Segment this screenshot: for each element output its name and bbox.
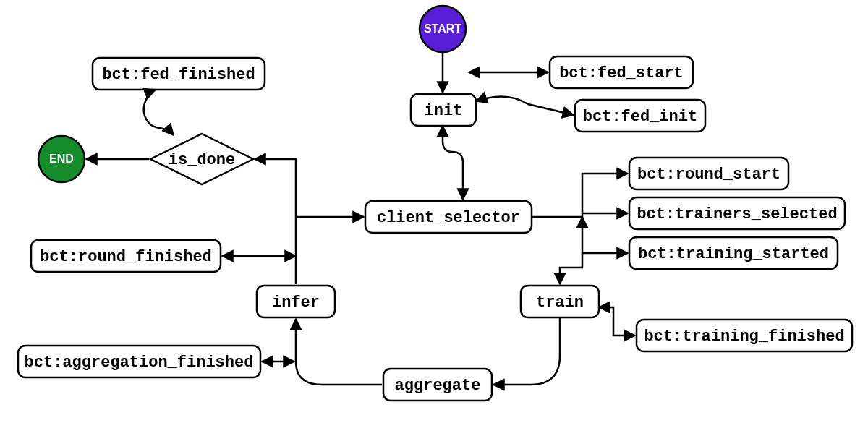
fed-init-label: bct:fed_init [583, 108, 697, 126]
training-finished-label: bct:training_finished [644, 328, 844, 346]
trainers-selected-label: bct:trainers_selected [637, 205, 837, 223]
aggregate-label: aggregate [395, 377, 481, 395]
round-start-label: bct:round_start [637, 166, 780, 184]
infer-label: infer [272, 294, 320, 312]
train-label: train [536, 294, 584, 312]
edge-cs-roundstart [532, 174, 628, 217]
flowchart-diagram: START END init is_done client_selector i… [0, 0, 868, 436]
training-started-label: bct:training_started [638, 245, 829, 263]
edge-cs-train [560, 253, 582, 284]
edge-cs-trainingstarted [582, 217, 628, 253]
edge-init-clientselector [443, 126, 463, 200]
client-selector-label: client_selector [377, 209, 520, 227]
end-label: END [49, 153, 74, 165]
edge-train-aggregate [493, 317, 560, 385]
edge-isdone-fedfinished [144, 90, 174, 135]
round-finished-label: bct:round_finished [40, 248, 212, 266]
fed-finished-label: bct:fed_finished [102, 66, 255, 84]
init-label: init [425, 102, 463, 120]
start-label: START [424, 22, 461, 35]
fed-start-label: bct:fed_start [559, 64, 684, 82]
edge-aggregate-infer [296, 319, 382, 385]
edge-branch-isdone [255, 159, 296, 217]
edge-train-trainingfinished [599, 307, 635, 335]
aggregation-finished-label: bct:aggregation_finished [25, 354, 254, 372]
is-done-label: is_done [169, 151, 235, 169]
edge-init-fedinit [476, 96, 574, 115]
